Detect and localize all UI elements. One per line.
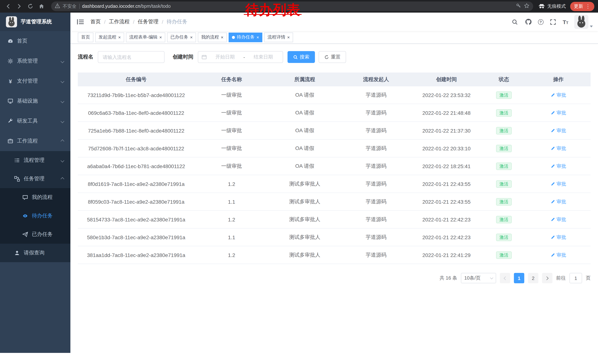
reload-icon[interactable] [26, 2, 35, 11]
close-icon[interactable]: × [118, 35, 121, 40]
gear-icon [8, 58, 13, 64]
search-button[interactable]: 搜索 [288, 51, 315, 63]
incognito-label: 无痕模式 [547, 3, 566, 9]
app-logo-row[interactable]: 芋道管理系统 [0, 13, 70, 31]
sidebar-item-system[interactable]: 系统管理 [0, 51, 70, 71]
forward-icon[interactable] [15, 2, 24, 11]
tab-process-detail[interactable]: 流程详情× [264, 32, 293, 42]
close-icon[interactable]: × [159, 35, 162, 40]
task-id: 381aa1dd-7ac8-11ec-a9e2-a2380e71991a [78, 252, 194, 258]
update-button[interactable]: 更新 ⋮ [570, 2, 594, 11]
reset-button[interactable]: 重置 [319, 51, 346, 63]
task-name: 1.2 [194, 217, 269, 222]
goto-page-input[interactable] [569, 273, 582, 283]
task-name: 一级审批 [194, 145, 269, 152]
approve-link[interactable]: 审批 [551, 145, 566, 152]
sidebar-item-workflow[interactable]: 工作流程 [0, 131, 70, 151]
sidebar-item-infra[interactable]: 基础设施 [0, 91, 70, 111]
list-icon [14, 157, 20, 163]
eye-icon [22, 213, 28, 219]
tab-my-process[interactable]: 我的流程× [198, 32, 227, 42]
approve-link[interactable]: 审批 [551, 109, 566, 116]
approve-link[interactable]: 审批 [551, 127, 566, 134]
end-date-placeholder[interactable]: 结束日期 [247, 54, 279, 60]
github-icon[interactable] [524, 18, 532, 25]
task-process: 测试多审批人 [269, 216, 341, 223]
approve-link[interactable]: 审批 [551, 180, 566, 187]
task-initiator: 芋道源码 [341, 127, 411, 134]
page-size-select[interactable]: 10条/页 [461, 273, 496, 283]
col-created: 创建时间 [411, 76, 482, 83]
status-badge: 激活 [496, 91, 512, 99]
tab-home[interactable]: 首页 [78, 32, 93, 42]
help-icon[interactable]: ? [538, 19, 543, 25]
table-row: a6aba0a4-7b6d-11ec-b781-acde48001122 一级审… [78, 157, 590, 175]
sidebar-item-todo-tasks[interactable]: 待办任务 [0, 207, 70, 225]
sidebar-item-devtools[interactable]: 研发工具 [0, 111, 70, 131]
close-icon[interactable]: × [221, 35, 224, 40]
approve-link[interactable]: 审批 [551, 198, 566, 205]
edit-icon [551, 199, 555, 204]
back-icon[interactable] [4, 2, 13, 11]
sidebar-item-process-mgmt[interactable]: 流程管理 [0, 151, 70, 170]
sidebar-item-done-tasks[interactable]: 已办任务 [0, 225, 70, 244]
page-button-2[interactable]: 2 [528, 273, 538, 283]
close-icon[interactable]: × [190, 35, 193, 40]
edit-icon [551, 182, 555, 186]
task-name: 一级审批 [194, 92, 269, 98]
bookmark-star-icon[interactable] [524, 3, 530, 10]
edit-icon [551, 164, 555, 168]
task-initiator: 芋道源码 [341, 163, 411, 170]
task-process: OA 请假 [269, 92, 341, 98]
approve-link[interactable]: 审批 [551, 92, 566, 98]
page-button-1[interactable]: 1 [514, 273, 524, 283]
sidebar-item-leave-query[interactable]: 请假查询 [0, 244, 70, 262]
status-badge: 激活 [496, 145, 512, 152]
font-size-icon[interactable]: TT [563, 19, 568, 25]
col-process: 所属流程 [269, 76, 341, 83]
tab-form-edit[interactable]: 流程表单-编辑× [126, 32, 165, 42]
breadcrumb-task-mgmt[interactable]: 任务管理 [138, 18, 158, 25]
sidebar-item-payment[interactable]: ¥ 支付管理 [0, 71, 70, 91]
task-created: 2022-01-22 23:53:32 [411, 92, 482, 98]
start-date-placeholder[interactable]: 开始日期 [209, 54, 241, 60]
task-name: 1.2 [194, 252, 269, 258]
task-initiator: 芋道源码 [341, 216, 411, 223]
approve-link[interactable]: 审批 [551, 234, 566, 241]
prev-page-button[interactable] [500, 273, 510, 283]
sidebar-item-task-mgmt[interactable]: 任务管理 [0, 170, 70, 188]
tab-done-tasks[interactable]: 已办任务× [167, 32, 196, 42]
process-name-input[interactable] [98, 51, 165, 63]
tab-todo-tasks[interactable]: 待办任务× [229, 32, 262, 42]
close-icon[interactable]: × [256, 35, 259, 40]
monitor-icon [8, 98, 13, 104]
browser-menu-icon[interactable]: ⋮ [585, 3, 590, 9]
close-icon[interactable]: × [287, 35, 290, 40]
task-created: 2022-01-21 22:42:23 [411, 234, 482, 240]
approve-link[interactable]: 审批 [551, 252, 566, 258]
breadcrumb-workflow[interactable]: 工作流程 [109, 18, 130, 25]
user-avatar[interactable] [574, 15, 593, 29]
table-row: 8f059c03-7ac8-11ec-a9e2-a2380e71991a 1.1… [78, 193, 590, 211]
sidebar-item-my-process[interactable]: 我的流程 [0, 188, 70, 207]
search-icon[interactable] [511, 18, 519, 25]
date-range-picker[interactable]: 开始日期 - 结束日期 [198, 51, 283, 63]
home-icon[interactable] [37, 2, 46, 11]
password-key-icon[interactable] [516, 3, 521, 10]
fullscreen-icon[interactable] [549, 18, 557, 25]
create-time-label: 创建时间 [173, 54, 193, 60]
tab-start-process[interactable]: 发起流程× [95, 32, 124, 42]
security-label[interactable]: 不安全 [63, 3, 76, 9]
calendar-icon [201, 54, 207, 60]
breadcrumb-home[interactable]: 首页 [91, 18, 101, 25]
chevron-down-icon [61, 119, 64, 123]
chevron-down-icon [61, 59, 64, 63]
task-id: 580e1b3d-7ac8-11ec-a9e2-a2380e71991a [78, 234, 194, 240]
sidebar-toggle-icon[interactable] [76, 18, 84, 26]
approve-link[interactable]: 审批 [551, 216, 566, 223]
sidebar-item-home[interactable]: 首页 [0, 31, 70, 51]
next-page-button[interactable] [542, 273, 552, 283]
total-count: 共 16 条 [440, 275, 457, 281]
status-badge: 激活 [496, 109, 512, 116]
approve-link[interactable]: 审批 [551, 163, 566, 170]
